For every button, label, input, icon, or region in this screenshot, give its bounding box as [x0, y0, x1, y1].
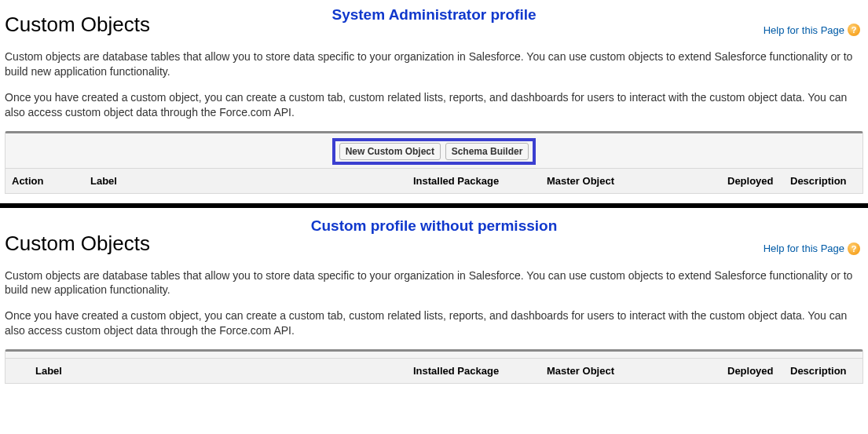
toolbar: New Custom Object Schema Builder — [5, 131, 863, 169]
help-icon — [848, 243, 860, 255]
section-admin: System Administrator profile Help for th… — [0, 5, 868, 203]
col-installed-package: Installed Package — [407, 169, 540, 193]
new-custom-object-button[interactable]: New Custom Object — [339, 143, 441, 160]
col-description: Description — [784, 359, 863, 383]
col-deployed: Deployed — [721, 359, 784, 383]
intro-paragraph-1: Custom objects are database tables that … — [5, 49, 863, 79]
help-icon — [848, 24, 860, 36]
table-header-row: Action Label Installed Package Master Ob… — [5, 169, 863, 194]
col-deployed: Deployed — [721, 169, 784, 193]
intro-paragraph-2: Once you have created a custom object, y… — [5, 308, 863, 338]
help-link-label: Help for this Page — [764, 243, 844, 254]
col-label: Label — [84, 169, 407, 193]
section-divider — [0, 203, 868, 208]
intro-paragraph-1: Custom objects are database tables that … — [5, 268, 863, 298]
col-master-object: Master Object — [540, 359, 721, 383]
section-custom-profile: Custom profile without permission Help f… — [0, 213, 868, 394]
help-link[interactable]: Help for this Page — [764, 243, 860, 255]
help-link-label: Help for this Page — [764, 24, 844, 36]
col-master-object: Master Object — [540, 169, 721, 193]
toolbar-empty — [5, 349, 863, 359]
col-installed-package: Installed Package — [407, 359, 540, 383]
caption-custom: Custom profile without permission — [311, 217, 558, 235]
intro-paragraph-2: Once you have created a custom object, y… — [5, 90, 863, 120]
caption-admin: System Administrator profile — [331, 6, 536, 24]
button-highlight-box: New Custom Object Schema Builder — [332, 138, 537, 165]
schema-builder-button[interactable]: Schema Builder — [445, 143, 529, 160]
col-action: Action — [5, 169, 84, 193]
col-label: Label — [5, 359, 407, 383]
table-header-row: Label Installed Package Master Object De… — [5, 359, 863, 384]
col-description: Description — [784, 169, 863, 193]
help-link[interactable]: Help for this Page — [764, 24, 860, 36]
